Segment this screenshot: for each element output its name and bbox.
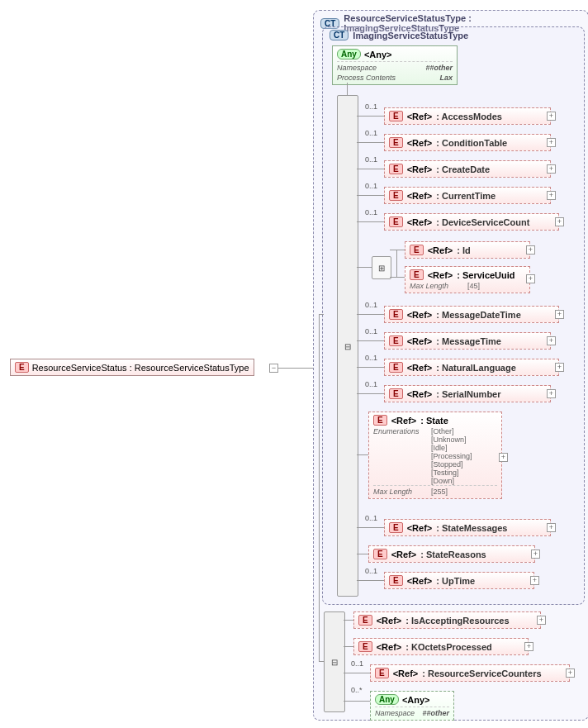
ref-serviceuuid[interactable]: E <Ref> : ServiceUuid Max Length [45] bbox=[405, 266, 530, 293]
e-badge: E bbox=[375, 668, 389, 678]
expand-icon[interactable]: + bbox=[537, 616, 546, 625]
e-badge: E bbox=[389, 362, 403, 373]
ref-currenttime[interactable]: E <Ref> : CurrentTime bbox=[384, 187, 551, 204]
ref-statereasons[interactable]: E <Ref> : StateReasons bbox=[368, 545, 535, 563]
ref-type: : ServiceUuid bbox=[457, 270, 514, 280]
sequence-outer: ⊟ bbox=[324, 611, 345, 712]
expand-icon[interactable]: + bbox=[555, 363, 564, 372]
ref-tag: <Ref> bbox=[407, 164, 433, 174]
expand-icon[interactable]: + bbox=[555, 310, 564, 319]
expand-icon[interactable]: + bbox=[547, 164, 556, 174]
any-wildcard-top[interactable]: Any <Any> Namespace ##other Process Cont… bbox=[332, 45, 458, 85]
connector bbox=[357, 367, 384, 368]
enum-val: [Unknown] bbox=[431, 435, 467, 444]
e-badge: E bbox=[358, 615, 372, 626]
schema-diagram: E ResourceServiceStatus : ResourceServic… bbox=[8, 8, 588, 720]
ref-state[interactable]: E <Ref> : State Enumerations[Other] [Unk… bbox=[368, 412, 502, 499]
e-badge: E bbox=[389, 309, 403, 320]
ref-tag: <Ref> bbox=[407, 191, 433, 201]
card: 0..1 bbox=[365, 208, 377, 216]
ref-tag: <Ref> bbox=[377, 616, 402, 626]
enum-val: [Processing] bbox=[431, 452, 472, 460]
expand-icon[interactable]: + bbox=[530, 576, 539, 585]
connector bbox=[357, 454, 368, 455]
ref-deviceservicecount[interactable]: E <Ref> : DeviceServiceCount bbox=[384, 213, 559, 231]
ref-tag: <Ref> bbox=[407, 217, 433, 227]
ref-tag: <Ref> bbox=[407, 310, 433, 320]
namespace-val: ##other bbox=[425, 64, 453, 72]
ref-createdate[interactable]: E <Ref> : CreateDate bbox=[384, 160, 551, 178]
ref-messagedatetime[interactable]: E <Ref> : MessageDateTime bbox=[384, 306, 559, 323]
expand-icon[interactable]: + bbox=[547, 336, 556, 345]
ref-tag: <Ref> bbox=[407, 138, 433, 148]
ref-id[interactable]: E <Ref> : Id bbox=[405, 241, 530, 259]
ref-type: : KOctetsProcessed bbox=[405, 642, 492, 652]
ref-isacceptingresources[interactable]: E <Ref> : IsAcceptingResources bbox=[353, 611, 541, 629]
ref-tag: <Ref> bbox=[428, 270, 453, 280]
expand-root[interactable]: − bbox=[269, 364, 278, 373]
ref-accessmodes[interactable]: E <Ref> : AccessModes bbox=[384, 107, 551, 125]
expand-icon[interactable]: + bbox=[531, 550, 540, 559]
expand-icon[interactable]: + bbox=[526, 245, 535, 255]
ref-type: : DeviceServiceCount bbox=[436, 217, 529, 227]
card: 0..1 bbox=[365, 354, 377, 362]
ref-tag: <Ref> bbox=[407, 576, 433, 586]
card: 0..1 bbox=[365, 380, 377, 388]
expand-icon[interactable]: + bbox=[499, 453, 508, 462]
enum-val: [Other] bbox=[431, 427, 454, 435]
ref-type: : State bbox=[420, 416, 448, 426]
card: 0..1 bbox=[365, 182, 377, 190]
any-badge: Any bbox=[337, 49, 361, 59]
ref-conditiontable[interactable]: E <Ref> : ConditionTable bbox=[384, 134, 551, 151]
ct-inner-header: CT ImagingServiceStatusType bbox=[330, 30, 468, 40]
ref-tag: <Ref> bbox=[428, 245, 453, 255]
connector bbox=[344, 673, 370, 673]
e-badge: E bbox=[389, 164, 403, 174]
connector bbox=[357, 169, 384, 169]
connector bbox=[319, 314, 324, 315]
any-wildcard-bottom[interactable]: Any <Any> Namespace ##other bbox=[370, 691, 454, 721]
connector bbox=[357, 340, 384, 341]
expand-icon[interactable]: + bbox=[547, 523, 556, 532]
enum-val: [Idle] bbox=[431, 444, 448, 452]
ref-tag: <Ref> bbox=[407, 389, 433, 399]
connector bbox=[357, 267, 372, 268]
expand-icon[interactable]: + bbox=[555, 217, 564, 226]
card: 0..* bbox=[351, 686, 363, 694]
connector bbox=[278, 368, 313, 369]
ref-tag: <Ref> bbox=[407, 363, 433, 373]
ref-uptime[interactable]: E <Ref> : UpTime bbox=[384, 572, 534, 589]
ref-statemessages[interactable]: E <Ref> : StateMessages bbox=[384, 519, 551, 536]
e-badge: E bbox=[410, 245, 424, 255]
root-element[interactable]: E ResourceServiceStatus : ResourceServic… bbox=[10, 359, 254, 376]
expand-icon[interactable]: + bbox=[524, 642, 533, 651]
ref-tag: <Ref> bbox=[391, 416, 417, 426]
e-badge: E bbox=[358, 641, 372, 652]
ref-resourceservicecounters[interactable]: E <Ref> : ResourceServiceCounters bbox=[370, 664, 570, 682]
card: 0..1 bbox=[365, 102, 377, 111]
connector bbox=[357, 116, 384, 117]
ref-type: : SerialNumber bbox=[436, 389, 500, 399]
expand-icon[interactable]: + bbox=[526, 274, 535, 283]
e-badge: E bbox=[373, 549, 387, 559]
e-badge: E bbox=[389, 111, 403, 121]
connector bbox=[357, 527, 384, 528]
ct-badge: CT bbox=[330, 30, 349, 40]
ref-tag: <Ref> bbox=[377, 642, 402, 652]
any-badge: Any bbox=[375, 694, 399, 705]
e-badge: E bbox=[389, 575, 403, 586]
ref-type: : NaturalLanguage bbox=[436, 363, 516, 373]
ref-type: : MessageTime bbox=[436, 336, 501, 346]
expand-icon[interactable]: + bbox=[547, 112, 556, 121]
ref-koctetsprocessed[interactable]: E <Ref> : KOctetsProcessed bbox=[353, 638, 529, 655]
expand-icon[interactable]: + bbox=[547, 389, 556, 398]
expand-icon[interactable]: + bbox=[547, 138, 556, 147]
ref-serialnumber[interactable]: E <Ref> : SerialNumber bbox=[384, 385, 551, 402]
e-badge: E bbox=[389, 137, 403, 148]
expand-icon[interactable]: + bbox=[566, 669, 575, 678]
ref-naturallanguage[interactable]: E <Ref> : NaturalLanguage bbox=[384, 359, 559, 376]
connector bbox=[347, 83, 348, 95]
sequence-glyph: ⊟ bbox=[331, 658, 338, 667]
expand-icon[interactable]: + bbox=[547, 191, 556, 200]
ref-messagetime[interactable]: E <Ref> : MessageTime bbox=[384, 332, 551, 350]
